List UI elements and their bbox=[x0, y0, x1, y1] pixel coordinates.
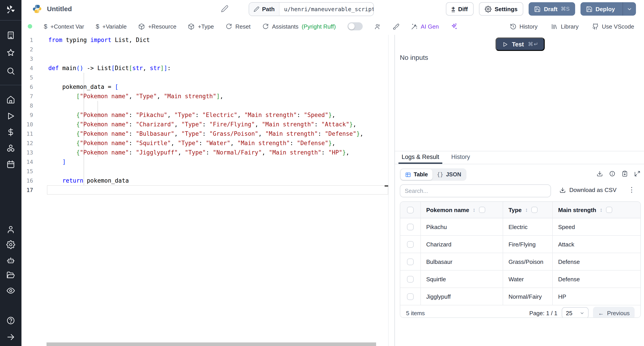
settings-gear-icon[interactable] bbox=[6, 240, 15, 249]
resources-boxes-icon[interactable] bbox=[6, 144, 15, 153]
code-line[interactable]: {"Pokemon name": "Squirtle", "Type": "Wa… bbox=[48, 138, 394, 148]
path-value[interactable]: u/henri/maneuverable_script bbox=[280, 6, 374, 12]
code-editor[interactable]: 1234567891011121314151617 from typing im… bbox=[22, 35, 394, 346]
view-json-button[interactable]: {} JSON bbox=[432, 169, 466, 180]
overview-ruler bbox=[388, 35, 389, 346]
workspace-building-icon[interactable] bbox=[6, 31, 15, 40]
search-icon[interactable] bbox=[6, 66, 15, 75]
favorites-star-icon[interactable] bbox=[6, 48, 15, 57]
line-number: 6 bbox=[22, 82, 33, 92]
code-line[interactable]: def main() -> List[Dict[str, str]]: bbox=[48, 63, 394, 73]
row-checkbox[interactable] bbox=[407, 241, 414, 248]
tab-history[interactable]: History bbox=[451, 151, 470, 164]
search-input[interactable] bbox=[400, 184, 551, 197]
add-variable-button[interactable]: $ +Variable bbox=[96, 23, 126, 30]
code-line[interactable] bbox=[48, 101, 394, 110]
column-filter-checkbox[interactable] bbox=[606, 207, 612, 213]
code-line[interactable]: pokemon_data = [ bbox=[48, 82, 394, 92]
row-checkbox[interactable] bbox=[407, 258, 414, 265]
info-icon[interactable] bbox=[609, 171, 616, 177]
code-line[interactable] bbox=[48, 185, 394, 195]
column-filter-checkbox[interactable] bbox=[532, 207, 538, 213]
view-table-button[interactable]: Table bbox=[401, 169, 432, 180]
add-resource-button[interactable]: +Resource bbox=[138, 23, 176, 30]
deploy-dropdown-chevron[interactable] bbox=[622, 2, 636, 16]
assistants-button[interactable]: Assistants (Pyright Ruff) bbox=[262, 23, 336, 30]
library-button[interactable]: Library bbox=[551, 23, 579, 30]
previous-page-button[interactable]: ← Previous bbox=[593, 307, 634, 318]
tab-logs-result[interactable]: Logs & Result bbox=[398, 151, 442, 164]
download-result-icon[interactable] bbox=[596, 171, 603, 177]
library-icon bbox=[551, 23, 558, 30]
deploy-button[interactable]: Deploy bbox=[580, 2, 636, 16]
code-line[interactable] bbox=[48, 167, 394, 176]
code-line[interactable]: {"Pokemon name": "Bulbasaur", "Type": "G… bbox=[48, 129, 394, 138]
table-row: PikachuElectricSpeed bbox=[400, 218, 640, 236]
settings-button[interactable]: Settings bbox=[479, 2, 524, 16]
line-number: 15 bbox=[22, 167, 33, 176]
row-checkbox[interactable] bbox=[407, 223, 414, 230]
code-line[interactable] bbox=[48, 54, 394, 63]
code-content[interactable]: from typing import List, Dictdef main() … bbox=[48, 35, 394, 195]
code-line[interactable]: from typing import List, Dict bbox=[48, 35, 394, 45]
row-checkbox[interactable] bbox=[407, 276, 414, 282]
edit-summary-pencil-icon[interactable] bbox=[221, 5, 228, 12]
ai-gen-button[interactable]: AI Gen bbox=[411, 23, 439, 30]
code-line[interactable] bbox=[48, 73, 394, 82]
expand-result-icon[interactable] bbox=[634, 171, 640, 177]
code-line[interactable] bbox=[48, 45, 394, 54]
line-number: 9 bbox=[22, 110, 33, 120]
reset-button[interactable]: Reset bbox=[226, 23, 250, 30]
no-inputs-label: No inputs bbox=[400, 54, 428, 61]
play-icon bbox=[502, 41, 508, 47]
add-type-button[interactable]: +Type bbox=[188, 23, 214, 30]
runs-play-icon[interactable] bbox=[6, 112, 15, 121]
horizontal-scrollbar[interactable] bbox=[46, 343, 376, 346]
download-csv-button[interactable]: Download as CSV bbox=[560, 187, 616, 193]
windmill-logo-icon[interactable] bbox=[6, 4, 16, 15]
select-all-checkbox[interactable] bbox=[407, 206, 414, 213]
help-icon[interactable] bbox=[6, 316, 15, 325]
sort-icon[interactable]: ↕ bbox=[600, 207, 602, 213]
workers-robot-icon[interactable] bbox=[6, 256, 15, 265]
table-menu-button[interactable]: ⋮ bbox=[628, 186, 635, 194]
path-field[interactable]: Path u/henri/maneuverable_script bbox=[249, 2, 374, 16]
code-line[interactable]: {"Pokemon name": "Pikachu", "Type": "Ele… bbox=[48, 110, 394, 120]
path-label: Path bbox=[249, 3, 280, 16]
code-line[interactable]: {"Pokemon name": "Charizard", "Type": "F… bbox=[48, 120, 394, 129]
history-button[interactable]: History bbox=[510, 23, 538, 30]
code-line[interactable]: {"Pokemon name": "Jigglypuff", "Type": "… bbox=[48, 148, 394, 157]
audit-eye-icon[interactable] bbox=[6, 286, 15, 295]
column-filter-checkbox[interactable] bbox=[479, 207, 485, 213]
folders-icon[interactable] bbox=[6, 271, 15, 280]
code-line[interactable]: ["Pokemon name", "Type", "Main strength"… bbox=[48, 92, 394, 101]
row-checkbox[interactable] bbox=[407, 293, 414, 300]
use-vscode-button[interactable]: Use VScode bbox=[592, 23, 634, 30]
code-line[interactable]: ] bbox=[48, 157, 394, 167]
diff-button[interactable]: ± Diff bbox=[446, 2, 474, 16]
sort-icon[interactable]: ↕ bbox=[473, 207, 476, 213]
result-tabs: Logs & Result History bbox=[395, 151, 644, 164]
table-cell: Jigglypuff bbox=[421, 288, 503, 305]
code-line[interactable]: return pokemon_data bbox=[48, 176, 394, 185]
line-number: 10 bbox=[22, 120, 33, 129]
copy-result-icon[interactable] bbox=[622, 171, 628, 177]
user-icon[interactable] bbox=[6, 225, 15, 234]
page-size-select[interactable]: 25 bbox=[562, 307, 589, 318]
collapse-arrow-icon[interactable] bbox=[6, 333, 15, 342]
home-icon[interactable] bbox=[6, 95, 15, 104]
collaborators-button[interactable] bbox=[374, 23, 381, 30]
sort-icon[interactable]: ↕ bbox=[525, 207, 528, 213]
add-context-var-button[interactable]: $ +Context Var bbox=[44, 23, 84, 30]
multiplayer-toggle[interactable] bbox=[348, 22, 363, 30]
sparkles-icon[interactable] bbox=[450, 23, 458, 30]
table-cell: Fire/Flying bbox=[503, 236, 553, 253]
format-brush-button[interactable] bbox=[393, 23, 399, 30]
draft-button[interactable]: Draft ⌘S bbox=[529, 2, 575, 16]
table-cell: Bulbasaur bbox=[421, 253, 503, 270]
refresh-icon bbox=[226, 23, 232, 30]
schedules-calendar-icon[interactable] bbox=[6, 160, 15, 169]
variables-dollar-icon[interactable] bbox=[6, 128, 15, 137]
table-cell: Charizard bbox=[421, 236, 503, 253]
test-run-button[interactable]: Test ⌘↵ bbox=[496, 37, 545, 51]
